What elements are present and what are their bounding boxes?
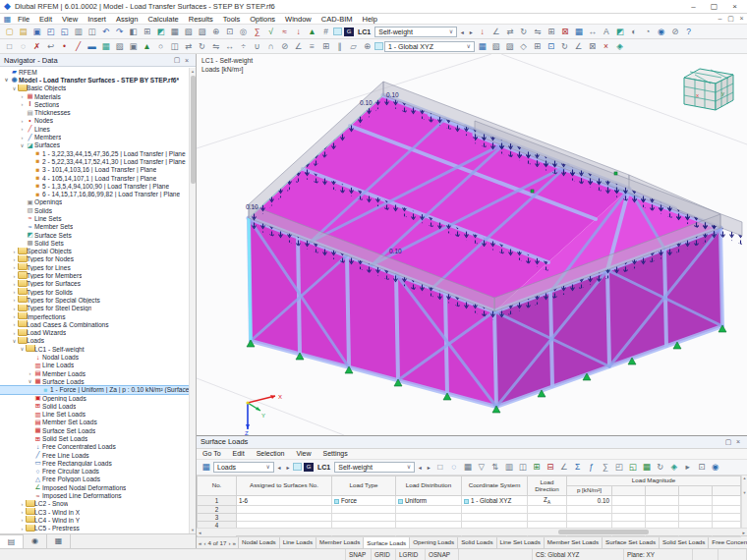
new-opening[interactable]: ▣ [127,40,140,52]
menu-item[interactable]: Insert [83,14,111,25]
snap-grid[interactable]: ⊞ [319,40,332,52]
table-tab[interactable]: Surface Set Loads [603,536,660,548]
view-xy[interactable]: ▦ [168,26,181,37]
view-isometric[interactable]: ◩ [154,26,167,37]
table-tab[interactable]: Surface Loads [364,536,410,548]
origin[interactable]: ⊕ [361,40,374,52]
tree-item[interactable]: 5 - 1,3,5,4,94,100,90 | Load Transfer | … [0,182,196,190]
view-cube-toggle[interactable]: ◈ [613,40,626,52]
statusbar-cell[interactable]: GRID [372,549,396,560]
panel-load-case-selector[interactable]: Self-weight∨ [334,462,415,473]
view-yz[interactable]: ▨ [196,26,208,37]
new-model[interactable]: ▢ [3,26,16,37]
last-table-button[interactable]: » [233,539,236,546]
mdi-control-button[interactable]: × [736,15,747,23]
tree-item[interactable]: › Types for Special Objects [0,296,196,304]
statistics[interactable]: ∑ [599,461,611,473]
clipping-plane[interactable]: ⊘ [668,26,681,37]
table-pointer[interactable]: ◌ [447,461,460,473]
tree-item[interactable]: Free Polygon Loads [0,476,196,483]
tree-item[interactable]: Solids [0,206,196,214]
snap-settings[interactable]: ⊡ [545,40,557,52]
menu-item[interactable]: Window [280,14,316,25]
table-tab[interactable]: Nodal Loads [239,536,280,548]
tree-expander[interactable]: ∨ [27,378,33,384]
table-row[interactable]: 3 [198,514,741,522]
numbering[interactable]: # [319,26,332,37]
tree-item[interactable]: Free Rectangular Loads [0,459,196,467]
tree-item[interactable]: › Members [0,133,196,140]
tree-expander[interactable]: › [19,101,26,107]
rotate-object[interactable]: ↻ [196,40,208,52]
tree-item[interactable]: › Nodes [0,117,196,125]
tree-expander[interactable]: › [11,264,18,270]
excel-export[interactable]: ▦ [640,461,653,473]
edit-load[interactable]: ∠ [489,26,502,37]
building-model[interactable]: 0.10 0.10 0.10 0.10 [246,82,742,413]
navigator-scrollbar[interactable]: ▲ ▼ [189,68,196,533]
col-header-empty[interactable] [713,486,741,496]
tree-expander[interactable]: › [19,135,26,140]
tree-expander[interactable]: › [11,306,18,311]
scrollbar-thumb[interactable] [191,76,196,184]
tree-item[interactable]: 1 - Force | Uniform | Za | p : 0.10 kN/m… [0,386,196,394]
tree-item[interactable]: › Special Objects [0,248,196,255]
mdi-control-button[interactable]: ▢ [725,15,736,23]
tree-item[interactable]: › LC5 - Prestress [0,525,196,532]
col-header-load-distribution[interactable]: Load Distribution [396,476,462,496]
table-info[interactable]: ◉ [709,461,721,473]
panel-menu-item[interactable]: Go To [197,448,227,459]
line-grid[interactable]: ▦ [572,26,585,37]
tree-expander[interactable]: ∨ [19,142,26,148]
tree-item[interactable]: › Imperfections [0,312,196,320]
tree-item[interactable]: › Sections [0,100,196,108]
menu-item[interactable]: Results [184,14,218,25]
menu-item[interactable]: File [13,14,34,25]
help[interactable]: ? [682,26,695,37]
trim[interactable]: ⊘ [278,40,291,52]
tree-expander[interactable]: ∨ [11,85,18,91]
tree-expander[interactable]: › [19,526,26,532]
plane-free[interactable]: ◇ [517,40,530,52]
new-support[interactable]: ▲ [141,40,153,52]
tree-item[interactable]: Imposed Nodal Deformations [0,483,196,491]
redo[interactable]: ↷ [113,26,126,37]
col-header-load-magnitude[interactable]: Load Magnitude [567,476,741,486]
previous-load-case-button[interactable]: ◂ [416,464,424,471]
menu-item[interactable]: View [57,14,83,25]
tree-item[interactable]: ∨ Basic Objects [0,84,196,92]
new-hinge[interactable]: ○ [154,40,167,52]
col-header-empty[interactable] [679,486,713,496]
view-xz[interactable]: ▧ [182,26,195,37]
pin-icon[interactable]: ▢ [723,438,733,446]
tree-item[interactable]: 1 - 3,22,33,44,15,47,36,25 | Load Transf… [0,149,196,157]
scroll-down-icon[interactable]: ▼ [190,527,196,533]
table-select[interactable]: □ [433,461,446,473]
navigator-tab-views[interactable]: ▦ [47,534,71,548]
panel-menu-item[interactable]: Edit [227,448,251,459]
tree-item[interactable]: Surface Sets [0,231,196,239]
refresh-table[interactable]: ↻ [654,461,666,473]
tree-item[interactable]: Openings [0,198,196,206]
tree-expander[interactable]: › [19,118,26,124]
export-table[interactable]: ◱ [626,461,639,473]
next-table-button[interactable]: › [228,539,230,546]
menu-item[interactable]: Calculate [143,14,183,25]
import[interactable]: ◰ [44,26,57,37]
tree-item[interactable]: › LC2 - Snow [0,500,196,508]
col-header-p[interactable]: p [kN/m²] [567,486,612,496]
table-tab[interactable]: Solid Set Loads [660,536,709,548]
table-row[interactable]: 2 [198,506,741,514]
reset-plane[interactable]: × [600,40,612,52]
edit-cell[interactable]: ∠ [557,461,570,473]
scrollbar-thumb[interactable] [558,530,649,534]
table-settings[interactable]: ⊡ [695,461,708,473]
load-case-selector[interactable]: Self-weight∨ [374,27,457,37]
tree-expander[interactable]: › [11,330,18,336]
visibility[interactable]: ◉ [655,26,667,37]
previous-load-case-button[interactable]: ◂ [458,28,466,35]
deselect[interactable]: ✗ [30,40,43,52]
new-window[interactable]: ◧ [127,26,140,37]
panel-menu-item[interactable]: Selection [251,448,291,459]
tree-item[interactable]: 4 - 105,14,107,1 | Load Transfer | Plane [0,174,196,182]
